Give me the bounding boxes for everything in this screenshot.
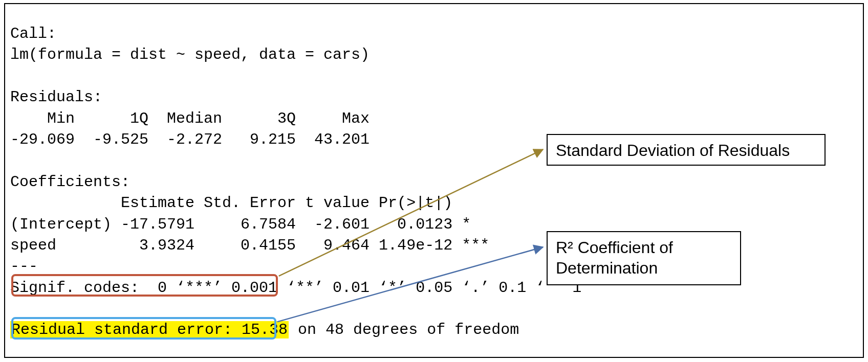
coefficients-label: Coefficients: [10,173,130,191]
coefficients-speed: speed 3.9324 0.4155 9.464 1.49e-12 *** [10,237,489,254]
residuals-label: Residuals: [10,88,102,106]
call-label: Call: [10,25,56,42]
call-formula: lm(formula = dist ~ speed, data = cars) [10,46,370,63]
residuals-values: -29.069 -9.525 -2.272 9.215 43.201 [10,131,379,148]
coefficients-header: Estimate Std. Error t value Pr(>|t|) [10,194,489,212]
coefficients-intercept: (Intercept) -17.5791 6.7584 -2.601 0.012… [10,216,489,233]
residual-std-error-rest: on 48 degrees of freedom [289,321,519,338]
r-output-block: Call: lm(formula = dist ~ speed, data = … [10,24,858,362]
output-frame: Call: lm(formula = dist ~ speed, data = … [4,3,864,358]
separator: --- [10,258,38,275]
residual-std-error-highlight: Residual standard error: 15.38 [10,321,289,338]
annotation-r2-coef-determination: R² Coefficient of Determination [547,231,741,285]
annotation-std-dev-residuals: Standard Deviation of Residuals [547,134,826,166]
signif-codes: Signif. codes: 0 ‘***’ 0.001 ‘**’ 0.01 ‘… [10,279,581,297]
residuals-header: Min 1Q Median 3Q Max [10,110,379,127]
